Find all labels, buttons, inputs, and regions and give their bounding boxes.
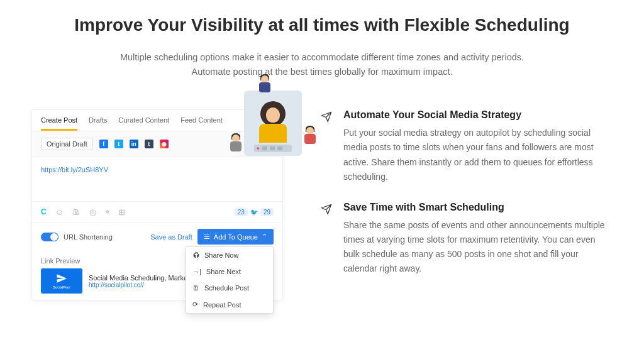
tumblr-icon[interactable]: t [145, 140, 153, 148]
instagram-icon[interactable]: ◉ [160, 140, 169, 148]
feature-body: Put your social media strategy on autopi… [343, 126, 613, 184]
compose-link-text: https://bit.ly/2uSH8YV [41, 166, 108, 173]
save-as-draft-link[interactable]: Save as Draft [150, 233, 192, 241]
next-icon: →| [192, 268, 201, 275]
feature-body: Share the same posts of events and other… [343, 218, 613, 276]
illustration: ♥ [244, 91, 302, 156]
add-to-queue-button[interactable]: ☰ Add To Queue ⌃ [197, 229, 274, 245]
canva-icon[interactable]: C [41, 207, 47, 216]
subtitle-line-2: Automate posting at the best times globa… [31, 65, 613, 79]
facebook-icon[interactable]: f [99, 140, 108, 148]
tab-curated[interactable]: Curated Content [118, 116, 169, 131]
action-bar: URL Shortening Save as Draft ☰ Add To Qu… [32, 222, 282, 251]
url-shortening-label: URL Shortening [64, 233, 113, 241]
queue-label: Add To Queue [214, 233, 258, 241]
feature-title: Automate Your Social Media Strategy [343, 109, 613, 121]
target-icon[interactable]: ◎ [89, 207, 96, 217]
tab-drafts[interactable]: Drafts [89, 116, 107, 131]
feature-title: Save Time with Smart Scheduling [343, 202, 613, 213]
preview-thumbnail: SocialPilot [41, 268, 82, 294]
subtitle-line-1: Multiple scheduling options make it easi… [31, 50, 613, 65]
thumb-brand: SocialPilot [53, 285, 70, 289]
linkedin-icon[interactable]: in [130, 140, 138, 148]
twitter-icon[interactable]: t [114, 140, 123, 148]
queue-icon: ☰ [204, 233, 210, 241]
calendar-icon: 🗓 [192, 284, 199, 292]
page-title: Improve Your Visibility at all times wit… [31, 15, 613, 35]
attachment-icon[interactable]: 🗎 [72, 207, 80, 217]
queue-dropdown: ⮉Share Now →|Share Next 🗓Schedule Post ⟳… [186, 246, 274, 314]
paper-plane-icon [321, 204, 333, 276]
emoji-icon[interactable]: ☺ [55, 207, 64, 217]
char-counter: 23 🐦 29 [235, 208, 274, 216]
tab-create-post[interactable]: Create Post [41, 116, 77, 131]
dropdown-share-next[interactable]: →|Share Next [186, 263, 273, 280]
location-icon[interactable]: ⌖ [105, 207, 109, 217]
url-shortening-toggle[interactable] [41, 233, 58, 241]
chevron-up-icon: ⌃ [262, 233, 267, 241]
counter-a: 23 [235, 208, 248, 216]
original-draft-pill[interactable]: Original Draft [41, 138, 93, 150]
dropdown-schedule-post[interactable]: 🗓Schedule Post [186, 280, 273, 296]
repeat-icon: ⟳ [192, 300, 198, 309]
tab-feed[interactable]: Feed Content [180, 116, 223, 131]
page-subtitle: Multiple scheduling options make it easi… [31, 50, 613, 79]
paper-plane-icon [321, 111, 333, 184]
counter-b: 29 [260, 208, 274, 216]
compose-area[interactable]: https://bit.ly/2uSH8YV [32, 157, 282, 201]
gif-icon[interactable]: ⊞ [118, 207, 125, 217]
compose-toolbar: C ☺ 🗎 ◎ ⌖ ⊞ 23 🐦 29 [32, 201, 282, 222]
feature-automate: Automate Your Social Media Strategy Put … [321, 109, 613, 184]
feature-save-time: Save Time with Smart Scheduling Share th… [321, 202, 613, 276]
dropdown-repeat-post[interactable]: ⟳Repeat Post [186, 296, 273, 313]
dropdown-share-now[interactable]: ⮉Share Now [186, 247, 273, 263]
share-icon: ⮉ [192, 251, 199, 259]
paper-plane-icon [56, 273, 67, 284]
